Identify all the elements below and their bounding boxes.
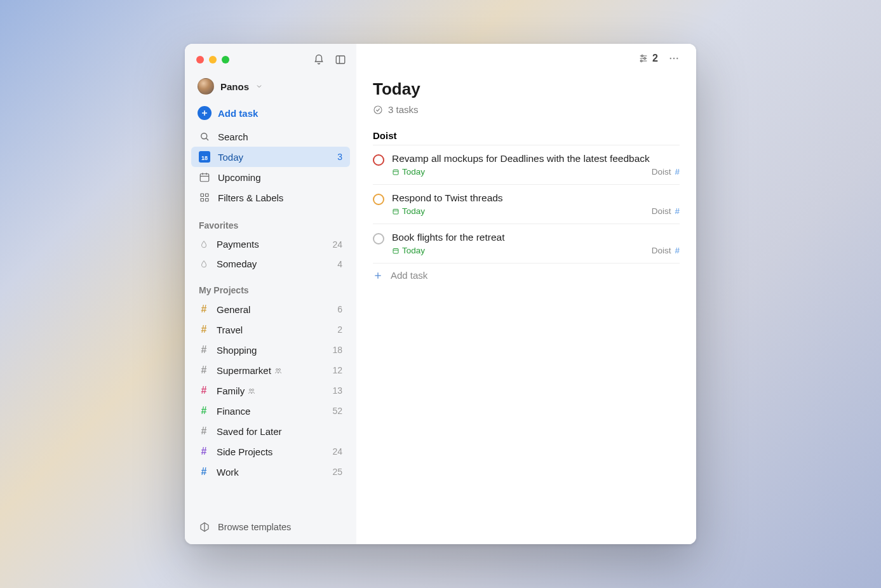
task-project[interactable]: Doist (652, 246, 671, 255)
task-row[interactable]: Respond to Twist threads Today Doist # (373, 184, 680, 224)
hash-icon: # (199, 364, 209, 376)
project-item[interactable]: # Saved for Later (185, 421, 356, 441)
svg-rect-30 (393, 209, 398, 214)
hash-icon: # (675, 206, 680, 216)
hash-icon: # (199, 425, 209, 437)
project-count: 2 (337, 324, 342, 335)
close-icon[interactable] (196, 56, 204, 63)
task-title: Respond to Twist threads (392, 192, 680, 204)
project-item[interactable]: # Finance 52 (185, 401, 356, 421)
app-window: Panos Add task Search 18 Today 3 (185, 44, 696, 544)
project-item[interactable]: # General 6 (185, 299, 356, 319)
project-count: 25 (332, 467, 342, 477)
view-filter-button[interactable]: 2 (638, 53, 658, 64)
svg-point-21 (644, 58, 646, 60)
nav-filters[interactable]: Filters & Labels (191, 187, 350, 208)
project-item[interactable]: # Supermarket 12 (185, 360, 356, 380)
nav-today[interactable]: 18 Today 3 (191, 147, 350, 167)
task-checkbox[interactable] (373, 233, 384, 244)
hash-icon: # (199, 466, 209, 478)
nav-upcoming[interactable]: Upcoming (191, 167, 350, 187)
favorite-label: Payments (217, 239, 259, 250)
hash-icon: # (675, 167, 680, 177)
task-row[interactable]: Revamp all mockups for Deadlines with th… (373, 145, 680, 184)
task-summary: 3 tasks (373, 104, 680, 115)
svg-line-5 (206, 138, 208, 140)
svg-point-14 (276, 368, 278, 370)
nav-list: Search 18 Today 3 Upcoming Filters & Lab… (185, 125, 356, 209)
task-title: Book flights for the retreat (392, 232, 680, 243)
sidebar: Panos Add task Search 18 Today 3 (185, 44, 356, 544)
more-icon[interactable] (668, 53, 680, 64)
task-checkbox[interactable] (373, 194, 384, 205)
zoom-icon[interactable] (222, 56, 229, 63)
task-body: Revamp all mockups for Deadlines with th… (392, 153, 680, 177)
favorite-count: 4 (337, 259, 342, 269)
task-row[interactable]: Book flights for the retreat Today Doist… (373, 224, 680, 263)
project-label: Travel (217, 324, 243, 335)
minimize-icon[interactable] (209, 56, 217, 63)
project-item[interactable]: # Shopping 18 (185, 340, 356, 360)
project-item[interactable]: # Work 25 (185, 462, 356, 482)
svg-point-17 (252, 389, 254, 391)
plus-icon (373, 271, 383, 281)
svg-point-19 (642, 55, 643, 57)
page-title: Today (373, 79, 680, 99)
svg-rect-10 (201, 194, 204, 197)
favorite-count: 24 (332, 239, 342, 250)
task-date[interactable]: Today (392, 167, 425, 177)
task-date[interactable]: Today (392, 246, 425, 255)
svg-point-27 (374, 106, 382, 114)
project-item[interactable]: # Side Projects 24 (185, 441, 356, 462)
calendar-icon (199, 171, 210, 183)
project-label: Saved for Later (217, 426, 282, 437)
calendar-today-icon: 18 (199, 151, 210, 163)
projects-list: # General 6# Travel 2# Shopping 18# Supe… (185, 299, 356, 482)
titlebar (185, 51, 356, 69)
project-label: Supermarket (217, 365, 283, 376)
project-label: Shopping (217, 345, 257, 356)
project-label: Family (217, 385, 256, 396)
task-title: Revamp all mockups for Deadlines with th… (392, 153, 680, 164)
svg-rect-13 (206, 199, 209, 202)
shared-icon (274, 366, 283, 376)
task-project[interactable]: Doist (652, 167, 671, 177)
account-switcher[interactable]: Panos (185, 69, 356, 101)
project-item[interactable]: # Travel 2 (185, 319, 356, 340)
avatar (198, 78, 214, 95)
sidebar-toggle-icon[interactable] (335, 54, 346, 65)
svg-point-4 (201, 133, 207, 139)
favorites-header[interactable]: Favorites (185, 209, 356, 234)
favorite-label: Someday (217, 258, 257, 269)
project-label: Finance (217, 406, 250, 417)
task-group-header[interactable]: Doist (373, 130, 680, 141)
svg-point-24 (670, 58, 671, 59)
hash-icon: # (199, 324, 209, 335)
hash-icon: # (199, 344, 209, 356)
projects-header[interactable]: My Projects (185, 274, 356, 299)
project-count: 12 (332, 365, 342, 375)
project-label: General (217, 304, 250, 315)
bell-icon[interactable] (313, 54, 325, 65)
favorite-item[interactable]: Someday 4 (185, 254, 356, 274)
add-task-inline-label: Add task (391, 270, 427, 281)
nav-search[interactable]: Search (191, 126, 350, 147)
browse-templates[interactable]: Browse templates (185, 510, 356, 537)
project-count: 6 (337, 304, 342, 314)
task-checkbox[interactable] (373, 154, 384, 166)
check-circle-icon (373, 105, 383, 115)
svg-point-15 (279, 368, 281, 370)
project-count: 13 (332, 385, 342, 396)
task-project[interactable]: Doist (652, 206, 671, 216)
favorite-item[interactable]: Payments 24 (185, 234, 356, 254)
svg-rect-11 (206, 194, 209, 197)
add-task-inline[interactable]: Add task (373, 263, 680, 287)
drop-icon (199, 259, 209, 269)
hash-icon: # (199, 385, 209, 396)
project-item[interactable]: # Family 13 (185, 380, 356, 401)
add-task-button[interactable]: Add task (185, 101, 356, 125)
task-date[interactable]: Today (392, 206, 425, 216)
nav-count: 3 (337, 152, 342, 162)
project-count: 18 (332, 345, 342, 355)
main-toolbar: 2 (373, 53, 680, 64)
